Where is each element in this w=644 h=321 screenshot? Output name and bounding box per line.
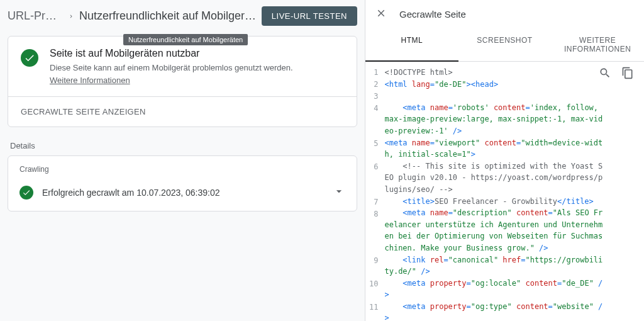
view-crawled-page-button[interactable]: GECRAWLTE SEITE ANZEIGEN	[8, 96, 357, 127]
tab-html[interactable]: HTML	[365, 28, 458, 62]
crawling-text: Erfolgreich gecrawlt am 10.07.2023, 06:3…	[42, 188, 324, 198]
breadcrumb-current: Nutzerfreundlichkeit auf Mobilgeräten	[79, 9, 257, 23]
live-url-test-button[interactable]: LIVE-URL TESTEN	[262, 6, 357, 26]
status-subtitle: Diese Seite kann auf einem Mobilgerät pr…	[50, 63, 293, 72]
breadcrumb: URL-Prüf… Nutzerfreundlichkeit auf Mobil…	[8, 9, 257, 23]
status-title: Seite ist auf Mobilgeräten nutzbar	[50, 48, 293, 59]
copy-icon[interactable]	[621, 67, 634, 81]
close-icon[interactable]	[375, 8, 387, 21]
tab-more-info[interactable]: WEITERE INFORMATIONEN	[551, 28, 644, 61]
checkmark-icon	[21, 49, 38, 67]
details-heading: Details	[0, 127, 365, 155]
status-card: Seite ist auf Mobilgeräten nutzbar Diese…	[8, 36, 357, 127]
source-code: 1234567891011121314 <!DOCTYPE html><html…	[365, 64, 644, 321]
crawling-row[interactable]: Erfolgreich gecrawlt am 10.07.2023, 06:3…	[8, 176, 357, 211]
tooltip: Nutzerfreundlichkeit auf Mobilgeräten	[123, 34, 248, 45]
more-info-link[interactable]: Weitere Informationen	[50, 76, 130, 85]
panel-title: Gecrawlte Seite	[399, 9, 466, 20]
breadcrumb-root[interactable]: URL-Prüf…	[8, 9, 63, 23]
chevron-right-icon	[68, 11, 74, 21]
checkmark-icon	[19, 186, 33, 200]
chevron-down-icon[interactable]	[333, 185, 345, 200]
crawling-card: Crawling Erfolgreich gecrawlt am 10.07.2…	[8, 155, 357, 211]
tabs: HTML SCREENSHOT WEITERE INFORMATIONEN	[365, 28, 644, 62]
tab-screenshot[interactable]: SCREENSHOT	[458, 28, 552, 61]
search-icon[interactable]	[599, 67, 611, 81]
crawling-label: Crawling	[8, 156, 357, 176]
